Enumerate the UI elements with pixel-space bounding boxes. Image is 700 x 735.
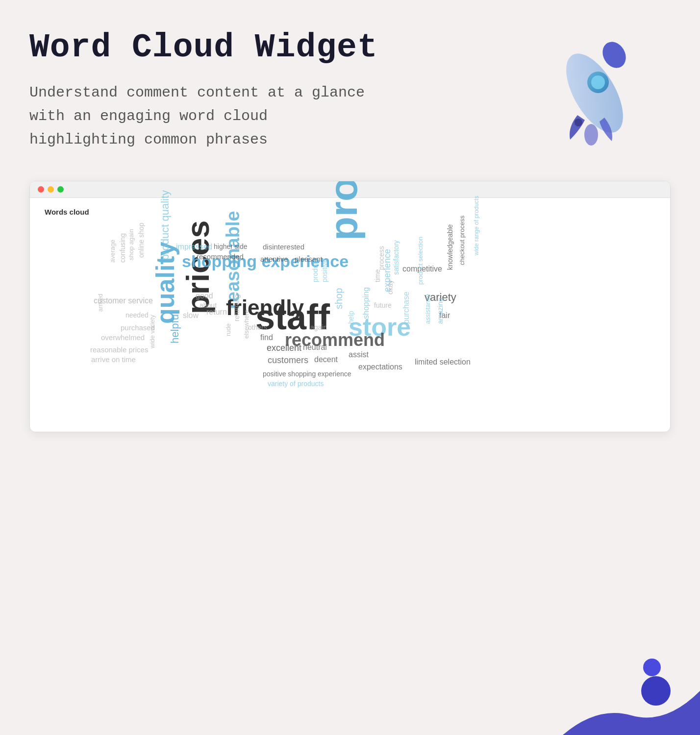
svg-point-5: [575, 119, 582, 126]
subtitle-line3: highlighting common phrases: [29, 131, 268, 148]
browser-window: Words cloud productsstaffpricesshopping …: [29, 181, 671, 432]
word-cloud-word: wide range of products: [474, 196, 479, 255]
word-cloud-word: arrive on time: [91, 356, 136, 363]
word-cloud-word: okay: [387, 280, 394, 294]
word-cloud-word: returning: [233, 294, 240, 321]
word-cloud-word: arrived: [98, 294, 103, 312]
subtitle-line2: with an engaging word cloud: [29, 108, 268, 124]
word-cloud-word: overwhelmed: [101, 334, 145, 341]
word-cloud-word: assist: [349, 351, 369, 359]
svg-point-4: [584, 124, 598, 146]
window-minimize-dot[interactable]: [48, 186, 54, 193]
word-cloud-word: customers: [268, 356, 308, 365]
word-cloud-word: rude: [225, 323, 231, 336]
svg-point-1: [598, 38, 630, 72]
word-cloud-word: again: [310, 324, 327, 331]
word-cloud-word: confusing: [119, 233, 126, 263]
word-cloud-word: disinterested: [263, 243, 304, 250]
word-cloud-word: find: [260, 334, 273, 342]
word-cloud-word: amazing: [437, 298, 444, 324]
subtitle-line1: Understand comment content at a glance: [29, 84, 365, 101]
word-cloud-word: knowledgeable: [447, 224, 453, 270]
word-cloud-word: product selection: [417, 237, 424, 285]
bottom-dot-small: [643, 659, 661, 676]
word-cloud-word: others: [248, 324, 267, 331]
word-cloud-area: productsstaffpricesshopping experiencequ…: [45, 226, 655, 412]
word-cloud-word: reasonable prices: [90, 346, 148, 353]
word-cloud-word: needed: [125, 312, 149, 318]
word-cloud-word: products: [324, 181, 363, 241]
word-cloud-word: product: [312, 259, 319, 282]
page-container: Word Cloud Widget Understand comment con…: [0, 0, 700, 735]
header-section: Word Cloud Widget Understand comment con…: [29, 29, 671, 151]
bottom-decoration: [553, 657, 700, 735]
word-cloud-word: shop: [334, 288, 344, 309]
word-cloud-word: limited selection: [415, 358, 471, 366]
word-cloud-word: assistance: [425, 294, 431, 323]
word-cloud-word: wide variety: [149, 315, 155, 348]
word-cloud-word: decent: [314, 356, 338, 364]
bottom-wave-svg: [563, 676, 700, 735]
word-cloud-word: attentive: [260, 255, 288, 263]
rocket-illustration: [543, 24, 641, 162]
word-cloud-word: positive: [321, 259, 328, 282]
svg-point-3: [591, 75, 605, 89]
word-cloud-word: higher side: [214, 243, 248, 250]
word-cloud-word: return: [206, 308, 227, 316]
word-cloud-word: shopping: [362, 287, 370, 319]
word-cloud-word: slow: [183, 312, 199, 319]
word-cloud-word: average: [109, 240, 116, 263]
word-cloud-word: product quality: [160, 190, 171, 260]
word-cloud-word: purchase: [402, 292, 410, 324]
page-subtitle: Understand comment content at a glance w…: [29, 81, 373, 151]
word-cloud-word: helpful: [170, 312, 180, 343]
word-cloud-word: shop again: [128, 229, 134, 260]
window-maximize-dot[interactable]: [57, 186, 64, 193]
word-cloud-word: expectations: [358, 363, 402, 371]
word-cloud-word: online shop: [138, 222, 145, 258]
word-cloud-word: neutral: [303, 343, 327, 351]
word-cloud-word: positive shopping experience: [263, 370, 351, 377]
word-cloud-word: excellent: [267, 343, 301, 352]
word-cloud-word: time: [374, 269, 381, 282]
word-cloud-word: good: [196, 292, 213, 300]
word-cloud-word: process: [378, 246, 385, 270]
word-cloud-word: satisfactory: [393, 240, 400, 275]
word-cloud-word: variety of products: [268, 380, 324, 387]
browser-content: Words cloud productsstaffpricesshopping …: [30, 198, 670, 432]
window-close-dot[interactable]: [38, 186, 44, 193]
word-cloud-word: future: [374, 302, 392, 309]
word-cloud-word: help: [348, 311, 354, 323]
word-cloud-word: recommended: [197, 253, 244, 260]
word-cloud-word: checkout process: [459, 216, 465, 265]
word-cloud-word: impressed: [176, 243, 212, 251]
